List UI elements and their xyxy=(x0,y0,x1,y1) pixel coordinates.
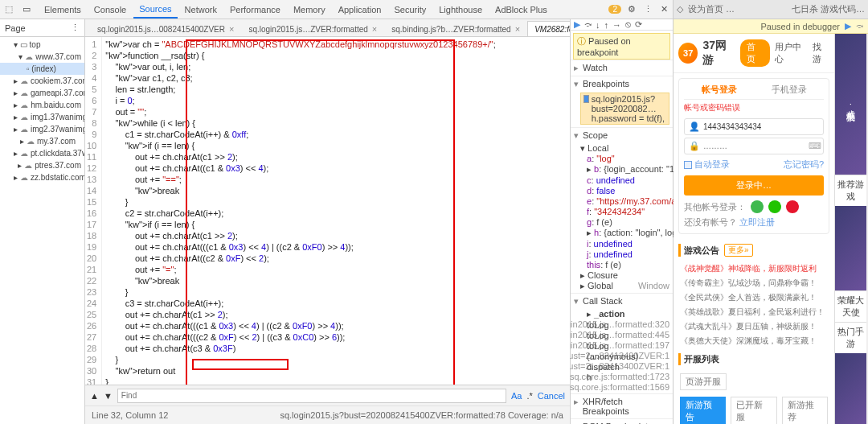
devtools-tab-performance[interactable]: Performance xyxy=(224,2,286,18)
step-icon[interactable]: → xyxy=(612,20,621,30)
announce-item[interactable]: 《奥德大天使》深渊魔域，毒牙宝藏！ xyxy=(680,334,828,348)
announce-item[interactable]: 《武魂大乱斗》夏日压轴，神级新服！ xyxy=(680,319,828,334)
qq-icon[interactable] xyxy=(751,200,764,213)
find-prev-icon[interactable]: ▲ xyxy=(90,391,99,401)
tree-item[interactable]: ▸ ☁ cookiem.37.com xyxy=(0,75,84,87)
tree-item[interactable]: ▫ (index) xyxy=(0,63,84,75)
scope-variable[interactable]: this: f (e) xyxy=(580,260,669,270)
devtools-tab-console[interactable]: Console xyxy=(88,2,132,18)
devtools-tab-application[interactable]: Application xyxy=(333,2,387,18)
announce-item[interactable]: 《传奇霸主》弘域沙场，问鼎称争霸！ xyxy=(680,276,828,290)
code-lines[interactable]: "kw">var ch = "ABCDEFGHIJKLMNOPQRSTUVWXY… xyxy=(102,37,498,385)
callstack-frame[interactable]: ▸ _actionsq.login2015.js…formatted:320 xyxy=(580,309,669,320)
devtools-tab-security[interactable]: Security xyxy=(388,2,432,18)
register-link[interactable]: 立即注册 xyxy=(739,217,775,227)
devtools-tab-memory[interactable]: Memory xyxy=(288,2,331,18)
scope-variable[interactable]: c: undefined xyxy=(580,175,669,186)
promo-banner[interactable]: 八戒·大掌柜 xyxy=(835,34,866,175)
gear-icon[interactable]: ⚙ xyxy=(626,4,637,15)
auto-login-checkbox[interactable]: 自动登录 xyxy=(684,158,730,171)
banner-resume-icon[interactable]: ▶ xyxy=(845,21,851,31)
step-out-icon[interactable]: ↑ xyxy=(604,20,609,30)
server-filter-button[interactable]: 新游预告 xyxy=(680,397,726,424)
scope-variable[interactable]: i: undefined xyxy=(580,239,669,249)
login-button[interactable]: 登录中… xyxy=(684,175,824,196)
debug-section[interactable]: ▸DOM Breakpoints xyxy=(571,418,673,424)
forgot-password-link[interactable]: 忘记密码? xyxy=(784,158,824,171)
nav-home[interactable]: 首页 xyxy=(740,39,770,67)
file-tab[interactable]: sq.binding.js?b…ZVER:formatted× xyxy=(384,21,527,36)
tree-item[interactable]: ▸ ☁ my.37.com xyxy=(0,135,84,147)
scope-variable[interactable]: d: false xyxy=(580,186,669,196)
scope-local[interactable]: ▾ Local xyxy=(580,143,669,154)
code-area[interactable]: 1234567891011121314151617181920212223242… xyxy=(85,37,570,385)
file-tab[interactable]: sq.login2015.js…ZVER:formatted× xyxy=(241,21,384,36)
game-thumb[interactable] xyxy=(835,206,866,290)
devtools-tab-network[interactable]: Network xyxy=(179,2,223,18)
callstack-section[interactable]: ▾Call Stack xyxy=(571,293,673,309)
device-icon[interactable]: ▭ xyxy=(21,4,32,15)
tree-item[interactable]: ▸ ☁ gameapi.37.com xyxy=(0,87,84,99)
announce-item[interactable]: 《战神觉醒》神域降临，新服限时返利 xyxy=(680,261,828,276)
devtools-tab-elements[interactable]: Elements xyxy=(39,2,87,18)
tree-item[interactable]: ▸ ☁ img2.37wanimg.com xyxy=(0,123,84,135)
find-next-icon[interactable]: ▼ xyxy=(104,391,113,401)
server-tab[interactable]: 页游开服 xyxy=(680,373,727,390)
scope-global[interactable]: ▸ Global Window xyxy=(580,281,669,291)
watch-section[interactable]: ▸Watch xyxy=(571,60,673,76)
debug-section[interactable]: ▸XHR/fetch Breakpoints xyxy=(571,393,673,418)
tree-item[interactable]: ▸ ☁ ptres.37.com xyxy=(0,159,84,171)
weibo-icon[interactable] xyxy=(786,200,799,213)
step-over-icon[interactable]: ⤼ xyxy=(584,19,592,30)
scope-variable[interactable]: f: "342434234" xyxy=(580,207,669,217)
right-sec-1[interactable]: 推荐游戏 xyxy=(835,175,866,206)
keyboard-icon[interactable]: ⌨ xyxy=(809,141,821,151)
game-thumb-2[interactable] xyxy=(835,353,866,424)
inspect-icon[interactable]: ⬚ xyxy=(3,4,14,15)
wechat-icon[interactable] xyxy=(768,200,781,213)
announce-item[interactable]: 《英雄战歌》夏日福利，全民返利进行！ xyxy=(680,305,828,319)
server-filter-button[interactable]: 已开新服 xyxy=(731,397,776,424)
tab-account-login[interactable]: 帐号登录 xyxy=(702,84,737,96)
breakpoints-section[interactable]: ▾Breakpoints xyxy=(571,76,673,92)
tree-item[interactable]: ▸ ☁ hm.baidu.com xyxy=(0,99,84,111)
banner-step-icon[interactable]: ⤼ xyxy=(856,21,863,31)
devtools-tab-adblock-plus[interactable]: AdBlock Plus xyxy=(489,2,553,18)
tab-phone-login[interactable]: 手机登录 xyxy=(772,84,807,96)
password-input[interactable] xyxy=(703,142,805,150)
server-filter-button[interactable]: 新游推荐 xyxy=(782,397,828,424)
scope-variable[interactable]: ▸ h: {action: "login", login_a… xyxy=(580,228,669,239)
tree-item[interactable]: ▾ ▭ top xyxy=(0,39,84,51)
nav-find-game[interactable]: 找游 xyxy=(813,41,829,65)
devtools-tab-lighthouse[interactable]: Lighthouse xyxy=(433,2,488,18)
scope-variable[interactable]: g: f (e) xyxy=(580,217,669,228)
tree-item[interactable]: ▾ ☁ www.37.com xyxy=(0,51,84,63)
step-into-icon[interactable]: ↓ xyxy=(596,20,600,30)
scope-section[interactable]: ▾Scope xyxy=(571,127,673,143)
tree-item[interactable]: ▸ ☁ zz.bdstatic.com xyxy=(0,171,84,183)
file-tab[interactable]: sq.login2015.js…0082415400ZVER× xyxy=(90,21,241,36)
scope-variable[interactable]: a: "log" xyxy=(580,154,669,164)
right-sec-2[interactable]: 荣耀大天使 xyxy=(835,290,866,322)
more-icon[interactable]: ⋮ xyxy=(642,4,653,15)
regex-icon[interactable]: .* xyxy=(526,391,532,401)
breakpoint-item[interactable]: sq.login2015.js?bust=2020082…h.password … xyxy=(580,93,669,125)
find-input[interactable] xyxy=(117,389,506,403)
username-input[interactable] xyxy=(703,122,819,131)
site-logo-icon[interactable]: 37 xyxy=(678,43,698,64)
deactivate-bp-icon[interactable]: ⦸ xyxy=(625,19,631,30)
tree-item[interactable]: ▸ ☁ pt.clickdata.37wan.com xyxy=(0,147,84,159)
page-tree[interactable]: ▾ ▭ top▾ ☁ www.37.com▫ (index)▸ ☁ cookie… xyxy=(0,37,84,424)
scope-variable[interactable]: j: undefined xyxy=(580,249,669,260)
find-cancel-button[interactable]: Cancel xyxy=(538,391,565,401)
warning-badge[interactable]: 2 xyxy=(608,5,621,14)
resume-icon[interactable]: ▶ xyxy=(574,19,580,30)
right-sec-3[interactable]: 热门手游 xyxy=(835,322,866,353)
file-tab[interactable]: VM2682:formatted× xyxy=(527,21,570,36)
bookmark-item[interactable]: ◇ xyxy=(677,4,683,14)
pause-exc-icon[interactable]: ⟳ xyxy=(635,19,642,30)
scope-variable[interactable]: e: "https://my.37.com/api/lo… xyxy=(580,196,669,207)
devtools-tab-sources[interactable]: Sources xyxy=(133,1,177,19)
nav-user-center[interactable]: 用户中心 xyxy=(775,41,808,65)
page-more-icon[interactable]: ⋮ xyxy=(71,23,80,33)
